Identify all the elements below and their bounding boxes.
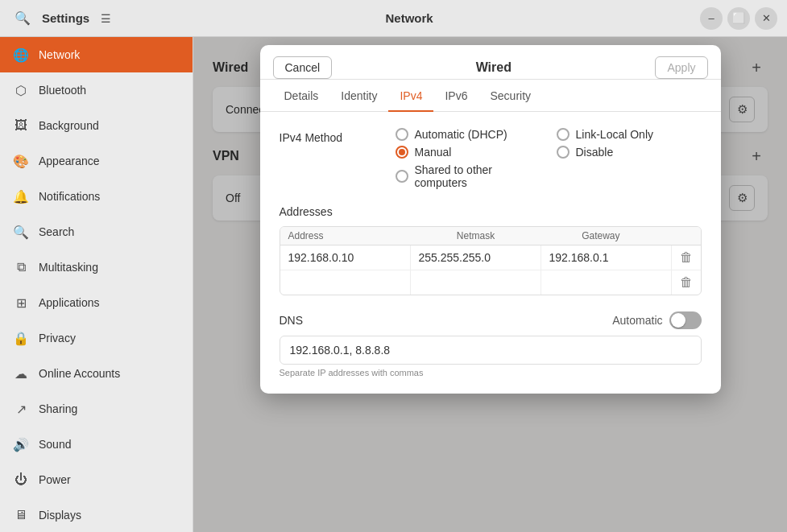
bluetooth-icon: ⬡ xyxy=(13,82,29,98)
col-header-action xyxy=(663,230,692,241)
background-icon: 🖼 xyxy=(13,118,29,134)
sidebar-label-sound: Sound xyxy=(39,438,71,451)
col-header-gateway: Gateway xyxy=(538,230,663,241)
tab-details[interactable]: Details xyxy=(273,81,330,112)
sidebar-item-search[interactable]: 🔍 Search xyxy=(0,214,193,250)
sidebar-label-multitasking: Multitasking xyxy=(39,261,98,274)
dns-title: DNS xyxy=(280,314,304,327)
sidebar-item-sound[interactable]: 🔊 Sound xyxy=(0,427,193,462)
applications-icon: ⊞ xyxy=(13,295,29,311)
sidebar: 🌐 Network ⬡ Bluetooth 🖼 Background 🎨 App… xyxy=(0,37,193,532)
addr-delete-button-0[interactable]: 🗑 xyxy=(680,250,693,265)
addr-input-gateway-0[interactable] xyxy=(549,251,663,264)
sidebar-item-applications[interactable]: ⊞ Applications xyxy=(0,285,193,320)
wired-dialog: Cancel Wired Apply Details Identity IPv4… xyxy=(260,45,721,394)
addr-cell-netmask-1 xyxy=(411,270,541,295)
dns-input[interactable] xyxy=(290,344,691,357)
sidebar-item-power[interactable]: ⏻ Power xyxy=(0,462,193,497)
addr-input-gateway-1[interactable] xyxy=(549,276,663,289)
radio-label-manual: Manual xyxy=(415,146,452,159)
sharing-icon: ↗ xyxy=(13,401,29,417)
addresses-header: Address Netmask Gateway xyxy=(280,227,701,245)
addr-cell-gateway-0 xyxy=(541,245,672,270)
sidebar-label-displays: Displays xyxy=(39,509,81,522)
sidebar-item-background[interactable]: 🖼 Background xyxy=(0,108,193,143)
dns-section: DNS Automatic Separate IP addresses with… xyxy=(280,311,702,377)
titlebar: 🔍 Settings ☰ Network – ⬜ ✕ xyxy=(0,0,787,37)
addr-cell-delete-0: 🗑 xyxy=(672,245,701,270)
addr-cell-gateway-1 xyxy=(541,270,672,295)
radio-disable[interactable]: Disable xyxy=(557,146,702,159)
sidebar-item-network[interactable]: 🌐 Network xyxy=(0,37,193,72)
sidebar-item-privacy[interactable]: 🔒 Privacy xyxy=(0,320,193,356)
radio-circle-shared xyxy=(396,170,408,183)
addr-cell-address-1 xyxy=(280,270,411,295)
titlebar-search-button[interactable]: 🔍 xyxy=(10,6,35,31)
radio-circle-disable xyxy=(557,146,570,159)
tab-ipv4[interactable]: IPv4 xyxy=(388,81,433,112)
radio-manual[interactable]: Manual xyxy=(396,146,541,159)
addr-input-address-0[interactable] xyxy=(288,251,402,264)
sidebar-label-notifications: Notifications xyxy=(39,190,100,203)
addr-cell-netmask-0 xyxy=(411,245,541,270)
addr-input-netmask-1[interactable] xyxy=(419,276,532,289)
ipv4-method-label: IPv4 Method xyxy=(280,128,376,144)
radio-auto-dhcp[interactable]: Automatic (DHCP) xyxy=(396,128,541,141)
close-button[interactable]: ✕ xyxy=(755,7,777,30)
table-row: 🗑 xyxy=(280,270,701,295)
sidebar-label-online-accounts: Online Accounts xyxy=(39,367,120,380)
sidebar-item-displays[interactable]: 🖥 Displays xyxy=(0,497,193,532)
sidebar-item-multitasking[interactable]: ⧉ Multitasking xyxy=(0,250,193,285)
titlebar-menu-button[interactable]: ☰ xyxy=(93,6,118,31)
sidebar-item-sharing[interactable]: ↗ Sharing xyxy=(0,391,193,427)
window-controls: – ⬜ ✕ xyxy=(700,7,777,30)
tab-identity[interactable]: Identity xyxy=(329,81,388,112)
appearance-icon: 🎨 xyxy=(13,153,29,169)
dialog-cancel-button[interactable]: Cancel xyxy=(273,56,333,79)
radio-label-disable: Disable xyxy=(576,146,614,159)
sidebar-item-online-accounts[interactable]: ☁ Online Accounts xyxy=(0,356,193,391)
addr-input-address-1[interactable] xyxy=(288,276,402,289)
sidebar-item-notifications[interactable]: 🔔 Notifications xyxy=(0,179,193,214)
sidebar-item-bluetooth[interactable]: ⬡ Bluetooth xyxy=(0,72,193,108)
ipv4-method-options: Automatic (DHCP) Link-Local Only Manual xyxy=(396,128,702,189)
power-icon: ⏻ xyxy=(13,472,29,488)
dns-hint: Separate IP addresses with commas xyxy=(280,368,702,377)
radio-shared[interactable]: Shared to other computers xyxy=(396,163,541,189)
addr-input-netmask-0[interactable] xyxy=(419,251,532,264)
dns-auto-label: Automatic xyxy=(612,314,662,327)
tab-security[interactable]: Security xyxy=(478,81,542,112)
addr-delete-button-1[interactable]: 🗑 xyxy=(680,275,693,290)
sidebar-item-appearance[interactable]: 🎨 Appearance xyxy=(0,143,193,179)
sidebar-label-bluetooth: Bluetooth xyxy=(39,84,86,97)
sidebar-label-sharing: Sharing xyxy=(39,402,77,415)
privacy-icon: 🔒 xyxy=(13,330,29,346)
network-icon: 🌐 xyxy=(13,47,29,63)
dns-input-wrap xyxy=(280,336,702,365)
radio-circle-auto-dhcp xyxy=(396,128,408,141)
table-row: 🗑 xyxy=(280,245,701,270)
displays-icon: 🖥 xyxy=(13,507,29,523)
panel-title: Network xyxy=(118,11,700,25)
radio-link-local[interactable]: Link-Local Only xyxy=(557,128,702,141)
content-panel: Wired + Connected - 1000 Mb/s ⚙ VPN + Of… xyxy=(193,37,787,532)
sidebar-label-search: Search xyxy=(39,225,74,238)
col-header-netmask: Netmask xyxy=(413,230,538,241)
radio-circle-manual xyxy=(396,146,408,159)
addresses-table: Address Netmask Gateway xyxy=(280,226,702,295)
tab-ipv6[interactable]: IPv6 xyxy=(433,81,478,112)
radio-label-shared: Shared to other computers xyxy=(415,163,541,189)
dialog-apply-button[interactable]: Apply xyxy=(655,56,707,79)
maximize-button[interactable]: ⬜ xyxy=(727,7,750,30)
sound-icon: 🔊 xyxy=(13,436,29,452)
dns-auto-controls: Automatic xyxy=(612,311,701,329)
dns-header: DNS Automatic xyxy=(280,311,702,329)
dns-auto-toggle[interactable] xyxy=(669,311,702,329)
dialog-body: IPv4 Method Automatic (DHCP) Link-Local … xyxy=(260,112,721,394)
app-title: Settings xyxy=(42,11,89,25)
minimize-button[interactable]: – xyxy=(700,7,723,30)
col-header-address: Address xyxy=(288,230,413,241)
dialog-header: Cancel Wired Apply xyxy=(260,45,721,80)
addresses-title: Addresses xyxy=(280,205,702,218)
notifications-icon: 🔔 xyxy=(13,188,29,204)
